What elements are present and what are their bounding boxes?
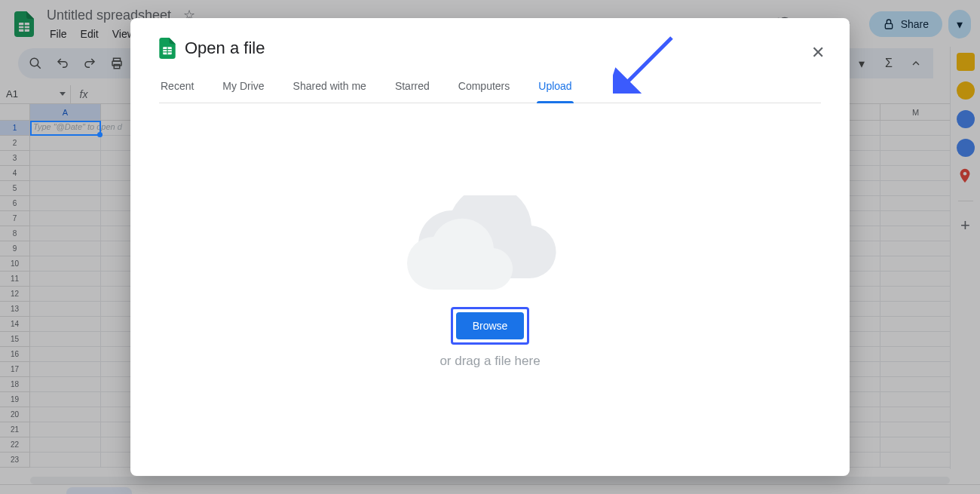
browse-highlight: Browse: [451, 307, 530, 345]
tab-computers[interactable]: Computers: [457, 80, 511, 103]
browse-button[interactable]: Browse: [456, 312, 525, 339]
modal-overlay: Open a file ✕ RecentMy DriveShared with …: [0, 0, 980, 494]
tab-upload[interactable]: Upload: [537, 80, 573, 103]
close-icon[interactable]: ✕: [803, 38, 833, 68]
drag-hint: or drag a file here: [439, 354, 540, 369]
cloud-icon: [400, 195, 580, 293]
open-file-dialog: Open a file ✕ RecentMy DriveShared with …: [130, 18, 850, 476]
selected-cell[interactable]: [30, 121, 101, 136]
dialog-title: Open a file: [185, 38, 265, 58]
tab-starred[interactable]: Starred: [394, 80, 431, 103]
upload-dropzone[interactable]: Browse or drag a file here: [159, 103, 821, 461]
sheets-icon: [159, 38, 176, 59]
tab-recent[interactable]: Recent: [159, 80, 195, 103]
tab-shared-with-me[interactable]: Shared with me: [292, 80, 368, 103]
tab-my-drive[interactable]: My Drive: [221, 80, 265, 103]
